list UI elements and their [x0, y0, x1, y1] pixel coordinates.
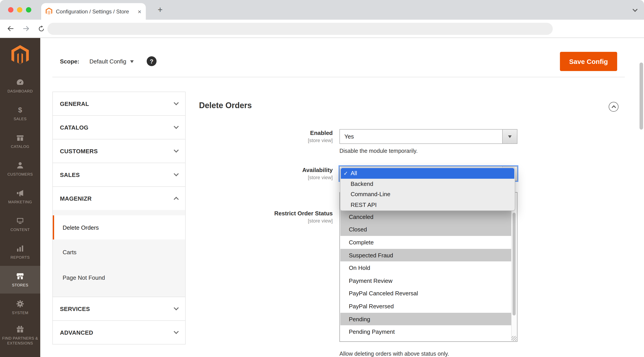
dashboard-icon	[16, 78, 24, 87]
customers-icon	[16, 161, 24, 170]
dropdown-option-command-line[interactable]: ✓ Command-Line	[341, 189, 514, 200]
tab-title: Configuration / Settings / Store	[56, 8, 134, 14]
status-option-on-hold[interactable]: On Hold	[340, 262, 511, 274]
enabled-field-label: Enabled [store view]	[40, 130, 333, 143]
scope-switcher[interactable]: Default Config	[90, 58, 134, 65]
scope-label: Scope:	[60, 58, 80, 65]
admin-menu: DASHBOARD $ SALES CATALOG CUSTOMERS	[0, 72, 40, 349]
dropdown-option-backend[interactable]: ✓ Backend	[341, 178, 514, 189]
listbox-scrollbar-thumb[interactable]	[512, 213, 516, 316]
chevron-up-icon	[174, 197, 179, 202]
magento-logo[interactable]	[11, 45, 29, 65]
tab-close-icon[interactable]: ×	[138, 8, 141, 14]
status-option-pending-payment[interactable]: Pending Payment	[340, 326, 511, 338]
sales-icon: $	[16, 105, 24, 114]
status-option-canceled[interactable]: Canceled	[340, 210, 511, 223]
chevron-down-icon	[174, 305, 179, 311]
browser-tab-bar: Configuration / Settings / Store × +	[0, 0, 644, 20]
sidebar-item-system[interactable]: SYSTEM	[0, 294, 40, 321]
status-option-suspected-fraud[interactable]: Suspected Fraud	[340, 249, 511, 262]
listbox-scrollbar-track	[511, 193, 516, 341]
enabled-select[interactable]: Yes	[340, 129, 518, 144]
scope-value: Default Config	[90, 58, 126, 65]
enabled-help-text: Disable the module temporarily.	[340, 148, 418, 154]
config-page: Scope: Default Config ? Save Config GENE…	[40, 38, 644, 357]
nav-section-general[interactable]: GENERAL	[52, 92, 186, 116]
system-icon	[16, 299, 24, 308]
sidebar-item-sales[interactable]: $ SALES	[0, 100, 40, 127]
restrict-status-field-label: Restrict Order Status [store view]	[40, 210, 333, 223]
window-minimize-button[interactable]	[17, 7, 22, 12]
nav-subitem-carts[interactable]: Carts	[53, 240, 185, 265]
chevron-down-icon	[174, 100, 179, 105]
restrict-status-help-text: Allow deleting orders with above status …	[340, 351, 449, 357]
reload-button[interactable]	[36, 23, 46, 34]
sidebar-item-catalog[interactable]: CATALOG	[0, 127, 40, 155]
sidebar-item-content[interactable]: CONTENT	[0, 210, 40, 238]
status-option-pending[interactable]: Pending	[340, 313, 511, 326]
nav-section-services[interactable]: SERVICES	[52, 297, 186, 321]
status-options: Canceled Closed Complete Suspected Fraud…	[340, 210, 511, 338]
window-controls	[8, 7, 31, 12]
availability-dropdown: ✓ All ✓ Backend ✓ Command-Line ✓ REST AP…	[340, 167, 515, 211]
sidebar-item-stores[interactable]: STORES	[0, 266, 40, 294]
window-zoom-button[interactable]	[26, 7, 31, 12]
sidebar-item-find-partners[interactable]: FIND PARTNERS & EXTENSIONS	[0, 321, 40, 349]
chevron-down-icon	[174, 148, 179, 153]
nav-subitem-page-not-found[interactable]: Page Not Found	[53, 265, 185, 291]
magento-favicon	[46, 7, 52, 15]
browser-tab[interactable]: Configuration / Settings / Store ×	[41, 3, 146, 20]
dropdown-option-rest-api[interactable]: ✓ REST API	[341, 200, 514, 210]
collapse-section-button[interactable]	[609, 102, 618, 112]
status-option-paypal-canceled-reversal[interactable]: PayPal Canceled Reversal	[340, 287, 511, 300]
status-option-paypal-reversed[interactable]: PayPal Reversed	[340, 300, 511, 313]
browser-toolbar	[0, 20, 644, 38]
status-option-complete[interactable]: Complete	[340, 236, 511, 249]
availability-field-label: Availability [store view]	[40, 167, 333, 180]
status-option-closed[interactable]: Closed	[340, 223, 511, 236]
reports-icon	[16, 244, 24, 253]
page-scrollbar-thumb[interactable]	[640, 62, 643, 130]
partners-icon	[16, 325, 24, 334]
marketing-icon	[16, 189, 24, 198]
scope-help-icon[interactable]: ?	[147, 56, 156, 66]
chevron-up-icon	[611, 105, 616, 110]
content-icon	[16, 216, 24, 225]
catalog-icon	[16, 133, 24, 142]
dropdown-option-all[interactable]: ✓ All	[341, 168, 514, 178]
sidebar-item-dashboard[interactable]: DASHBOARD	[0, 72, 40, 100]
check-icon: ✓	[342, 170, 349, 176]
stores-icon	[16, 272, 24, 281]
status-option-payment-review[interactable]: Payment Review	[340, 274, 511, 287]
page-title: Delete Orders	[199, 101, 252, 110]
forward-button[interactable]	[20, 23, 31, 34]
select-arrow-icon[interactable]	[502, 130, 517, 143]
divider	[52, 77, 625, 77]
resize-handle-icon[interactable]	[512, 336, 516, 341]
window-close-button[interactable]	[8, 7, 14, 12]
svg-text:$: $	[18, 106, 22, 114]
tab-overflow-chevron-icon[interactable]	[632, 7, 638, 12]
caret-down-icon	[130, 60, 134, 65]
sidebar-item-marketing[interactable]: MARKETING	[0, 183, 40, 210]
back-button[interactable]	[5, 23, 16, 34]
new-tab-button[interactable]: +	[155, 4, 166, 15]
nav-section-advanced[interactable]: ADVANCED	[52, 320, 186, 345]
chevron-down-icon	[174, 124, 179, 129]
admin-sidebar: DASHBOARD $ SALES CATALOG CUSTOMERS	[0, 38, 40, 357]
save-config-button[interactable]: Save Config	[560, 52, 617, 71]
sidebar-item-reports[interactable]: REPORTS	[0, 238, 40, 266]
nav-section-magenizr[interactable]: MAGENIZR	[52, 186, 186, 210]
chevron-down-icon	[174, 329, 179, 334]
address-bar[interactable]	[48, 23, 553, 35]
browser-window: Configuration / Settings / Store × +	[0, 0, 644, 357]
restrict-status-multiselect[interactable]: Canceled Closed Complete Suspected Fraud…	[340, 192, 518, 342]
sidebar-item-customers[interactable]: CUSTOMERS	[0, 155, 40, 183]
